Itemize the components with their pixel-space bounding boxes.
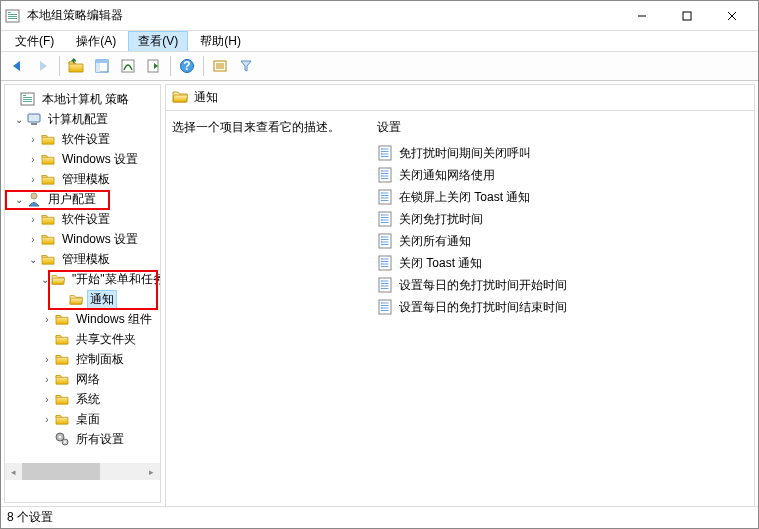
- options-button[interactable]: [208, 54, 232, 78]
- tree-windows-components[interactable]: › Windows 组件: [5, 309, 160, 329]
- tree-label: 计算机配置: [45, 110, 111, 129]
- toolbar-separator: [59, 56, 60, 76]
- setting-label: 在锁屏上关闭 Toast 通知: [399, 189, 530, 206]
- caret-right-icon[interactable]: ›: [27, 134, 39, 145]
- caret-right-icon[interactable]: ›: [41, 414, 53, 425]
- scroll-left-button[interactable]: ◂: [5, 463, 22, 480]
- svg-rect-26: [96, 60, 108, 63]
- back-button[interactable]: [5, 54, 29, 78]
- tree-system[interactable]: › 系统: [5, 389, 160, 409]
- tree-control-panel[interactable]: › 控制面板: [5, 349, 160, 369]
- menu-file[interactable]: 文件(F): [5, 31, 64, 52]
- setting-label: 关闭通知网络使用: [399, 167, 495, 184]
- tree-network[interactable]: › 网络: [5, 369, 160, 389]
- content-title: 通知: [194, 89, 218, 106]
- scroll-right-button[interactable]: ▸: [143, 463, 160, 480]
- tree-start-menu[interactable]: ⌄ "开始"菜单和任务栏: [5, 269, 160, 289]
- tree-label: 通知: [87, 290, 117, 309]
- tree-uc-windows[interactable]: › Windows 设置: [5, 229, 160, 249]
- export-button[interactable]: [142, 54, 166, 78]
- menubar: 文件(F) 操作(A) 查看(V) 帮助(H): [1, 31, 758, 51]
- content-header: 通知: [165, 84, 755, 110]
- policy-icon: [377, 299, 393, 315]
- titlebar: 本地组策略编辑器: [1, 1, 758, 31]
- folder-open-icon: [50, 271, 66, 287]
- setting-item[interactable]: 在锁屏上关闭 Toast 通知: [377, 186, 748, 208]
- folder-icon: [54, 391, 70, 407]
- tree-computer-config[interactable]: ⌄ 计算机配置: [5, 109, 160, 129]
- settings-column-header[interactable]: 设置: [377, 119, 748, 136]
- tree-cc-software[interactable]: › 软件设置: [5, 129, 160, 149]
- menu-help[interactable]: 帮助(H): [190, 31, 251, 52]
- filter-button[interactable]: [234, 54, 258, 78]
- caret-right-icon[interactable]: ›: [41, 374, 53, 385]
- svg-rect-27: [96, 63, 100, 72]
- caret-right-icon[interactable]: ›: [27, 174, 39, 185]
- policy-icon: [377, 211, 393, 227]
- description-column: 选择一个项目来查看它的描述。: [166, 111, 371, 506]
- tree-label: 系统: [73, 390, 103, 409]
- status-text: 8 个设置: [7, 509, 53, 526]
- caret-right-icon[interactable]: ›: [27, 214, 39, 225]
- setting-item[interactable]: 免打扰时间期间关闭呼叫: [377, 142, 748, 164]
- tree-label: 本地计算机 策略: [39, 90, 132, 109]
- properties-button[interactable]: [116, 54, 140, 78]
- folder-icon: [40, 211, 56, 227]
- tree-h-scrollbar[interactable]: ◂ ▸: [5, 463, 160, 480]
- close-button[interactable]: [709, 1, 754, 30]
- show-hide-tree-button[interactable]: [90, 54, 114, 78]
- up-button[interactable]: [64, 54, 88, 78]
- caret-down-icon[interactable]: ⌄: [27, 254, 39, 265]
- tree-cc-windows[interactable]: › Windows 设置: [5, 149, 160, 169]
- tree-uc-software[interactable]: › 软件设置: [5, 209, 160, 229]
- tree-all-settings[interactable]: 所有设置: [5, 429, 160, 449]
- tree-desktop[interactable]: › 桌面: [5, 409, 160, 429]
- maximize-button[interactable]: [664, 1, 709, 30]
- svg-rect-22: [683, 12, 691, 20]
- tree-cc-templates[interactable]: › 管理模板: [5, 169, 160, 189]
- tree-label: 软件设置: [59, 210, 113, 229]
- caret-right-icon[interactable]: ›: [27, 234, 39, 245]
- setting-item[interactable]: 设置每日的免打扰时间结束时间: [377, 296, 748, 318]
- app-icon: [5, 8, 21, 24]
- menu-action[interactable]: 操作(A): [66, 31, 126, 52]
- help-button[interactable]: ?: [175, 54, 199, 78]
- setting-item[interactable]: 关闭免打扰时间: [377, 208, 748, 230]
- forward-button[interactable]: [31, 54, 55, 78]
- svg-text:?: ?: [183, 59, 190, 73]
- caret-right-icon[interactable]: ›: [41, 394, 53, 405]
- caret-down-icon[interactable]: ⌄: [13, 194, 25, 205]
- setting-item[interactable]: 关闭所有通知: [377, 230, 748, 252]
- tree-uc-templates[interactable]: ⌄ 管理模板: [5, 249, 160, 269]
- toolbar: ?: [1, 51, 758, 81]
- setting-item[interactable]: 关闭 Toast 通知: [377, 252, 748, 274]
- menu-view[interactable]: 查看(V): [128, 31, 188, 52]
- tree-label: Windows 设置: [59, 150, 141, 169]
- tree-notifications[interactable]: 通知: [5, 289, 160, 309]
- policy-icon: [377, 167, 393, 183]
- caret-down-icon[interactable]: ⌄: [13, 114, 25, 125]
- svg-rect-28: [122, 60, 134, 72]
- tree-label: Windows 设置: [59, 230, 141, 249]
- setting-label: 设置每日的免打扰时间开始时间: [399, 277, 567, 294]
- setting-label: 免打扰时间期间关闭呼叫: [399, 145, 531, 162]
- tree-shared-folders[interactable]: 共享文件夹: [5, 329, 160, 349]
- statusbar: 8 个设置: [1, 506, 758, 528]
- folder-icon: [40, 131, 56, 147]
- setting-label: 关闭 Toast 通知: [399, 255, 482, 272]
- settings-column: 设置 免打扰时间期间关闭呼叫关闭通知网络使用在锁屏上关闭 Toast 通知关闭免…: [371, 111, 754, 506]
- tree-pane[interactable]: 本地计算机 策略 ⌄ 计算机配置 › 软件设置 › Windows 设置 › 管…: [4, 84, 161, 503]
- setting-item[interactable]: 关闭通知网络使用: [377, 164, 748, 186]
- tree-label: 管理模板: [59, 170, 113, 189]
- minimize-button[interactable]: [619, 1, 664, 30]
- caret-right-icon[interactable]: ›: [41, 314, 53, 325]
- caret-right-icon[interactable]: ›: [41, 354, 53, 365]
- folder-icon: [54, 311, 70, 327]
- setting-item[interactable]: 设置每日的免打扰时间开始时间: [377, 274, 748, 296]
- caret-down-icon[interactable]: ⌄: [41, 274, 49, 285]
- tree-root[interactable]: 本地计算机 策略: [5, 89, 160, 109]
- caret-right-icon[interactable]: ›: [27, 154, 39, 165]
- folder-icon: [54, 351, 70, 367]
- scroll-thumb[interactable]: [22, 463, 100, 480]
- tree-user-config[interactable]: ⌄ 用户配置: [5, 189, 160, 209]
